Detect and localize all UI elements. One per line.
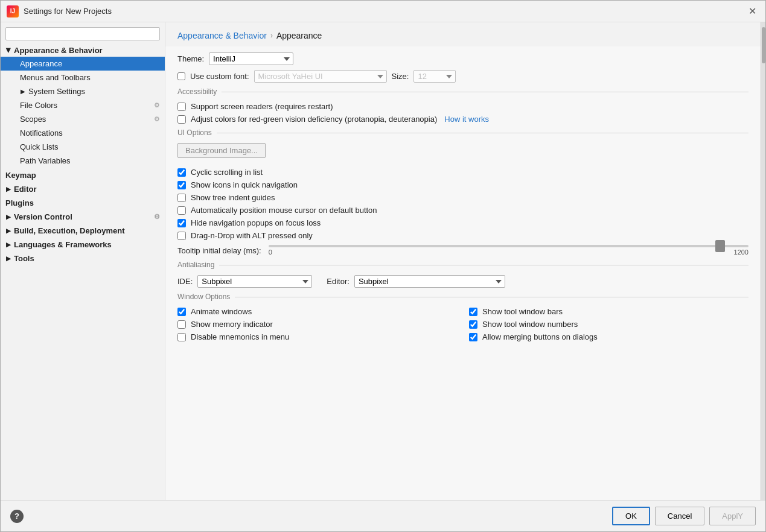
editor-aa-label: Editor:	[327, 277, 349, 286]
size-select[interactable]: 12	[413, 70, 456, 83]
sidebar-group-label: Keymap	[5, 171, 36, 180]
title-bar-left: IJ Settings for New Projects	[7, 5, 112, 17]
chevron-icon: ▶	[20, 88, 26, 95]
chevron-icon: ▶	[5, 214, 11, 220]
disable-mnemonics-checkbox[interactable]	[177, 333, 186, 341]
cyclic-scrolling-checkbox[interactable]	[177, 168, 186, 177]
chevron-icon: ▶	[5, 227, 11, 234]
close-button[interactable]: ✕	[745, 4, 759, 19]
accessibility-label: Accessibility	[177, 87, 217, 96]
slider-max: 1200	[734, 249, 748, 256]
animate-windows-label: Animate windows	[191, 307, 252, 316]
sidebar-group-label: Editor	[14, 185, 37, 194]
sidebar-item-label: File Colors	[20, 101, 57, 110]
theme-row: Theme: IntelliJ Darcula High contrast	[177, 52, 748, 65]
hide-nav-checkbox[interactable]	[177, 219, 186, 227]
screen-readers-checkbox[interactable]	[177, 103, 186, 111]
show-tree-label: Show tree indent guides	[191, 193, 275, 202]
scrollbar[interactable]	[761, 22, 765, 500]
sidebar-item-label: Menus and Toolbars	[20, 73, 91, 82]
hide-nav-row: Hide navigation popups on focus loss	[177, 218, 748, 227]
breadcrumb-parent[interactable]: Appearance & Behavior	[177, 31, 267, 40]
drag-drop-label: Drag-n-Drop with ALT pressed only	[191, 231, 313, 240]
apply-button[interactable]: ApplY	[709, 507, 756, 525]
chevron-icon: ▶	[5, 255, 11, 262]
window-options-label: Window Options	[177, 293, 230, 301]
allow-merging-row: Allow merging buttons on dialogs	[469, 332, 748, 341]
sidebar-group-label: Appearance & Behavior	[14, 46, 103, 55]
sidebar-group-tools[interactable]: ▶ Tools	[1, 251, 165, 265]
show-icons-checkbox[interactable]	[177, 181, 186, 189]
background-image-button[interactable]: Background Image...	[177, 143, 266, 158]
search-input[interactable]	[5, 27, 160, 40]
tooltip-label: Tooltip initial delay (ms):	[177, 246, 261, 255]
sidebar-item-menus-toolbars[interactable]: Menus and Toolbars	[1, 71, 165, 84]
ui-options-label: UI Options	[177, 128, 212, 137]
sidebar-group-languages-frameworks[interactable]: ▶ Languages & Frameworks	[1, 237, 165, 251]
custom-font-checkbox[interactable]	[177, 72, 185, 80]
dialog-body: 🔍 ▶ Appearance & Behavior Appearance Men…	[1, 22, 765, 500]
animate-windows-row: Animate windows	[177, 307, 457, 316]
show-tool-bars-label: Show tool window bars	[482, 307, 563, 316]
window-options-divider: Window Options	[177, 293, 748, 301]
auto-mouse-checkbox[interactable]	[177, 206, 186, 215]
window-options-left: Animate windows Show memory indicator Di…	[177, 307, 457, 345]
allow-merging-checkbox[interactable]	[469, 333, 477, 341]
window-options-grid: Animate windows Show memory indicator Di…	[177, 307, 748, 345]
custom-font-row: Use custom font: Microsoft YaHei UI Size…	[177, 70, 748, 83]
theme-select[interactable]: IntelliJ Darcula High contrast	[209, 52, 293, 65]
sidebar-item-notifications[interactable]: Notifications	[1, 126, 165, 140]
show-icons-row: Show icons in quick navigation	[177, 180, 748, 189]
slider-min: 0	[269, 249, 272, 256]
cyclic-scrolling-label: Cyclic scrolling in list	[191, 168, 263, 177]
cancel-button[interactable]: Cancel	[655, 507, 704, 525]
color-deficiency-label: Adjust colors for red-green vision defic…	[191, 115, 437, 124]
sidebar-item-file-colors[interactable]: File Colors ⚙	[1, 98, 165, 112]
show-memory-checkbox[interactable]	[177, 320, 186, 329]
show-tree-row: Show tree indent guides	[177, 193, 748, 202]
chevron-icon: ▶	[5, 241, 11, 248]
cyclic-scrolling-row: Cyclic scrolling in list	[177, 168, 748, 177]
sidebar-item-quick-lists[interactable]: Quick Lists	[1, 140, 165, 154]
animate-windows-checkbox[interactable]	[177, 308, 186, 316]
editor-select[interactable]: Subpixel Greyscale None	[354, 275, 505, 288]
show-memory-row: Show memory indicator	[177, 320, 457, 329]
show-tool-numbers-checkbox[interactable]	[469, 320, 477, 329]
color-deficiency-checkbox[interactable]	[177, 115, 186, 124]
sidebar-group-build-execution[interactable]: ▶ Build, Execution, Deployment	[1, 223, 165, 237]
drag-drop-checkbox[interactable]	[177, 232, 186, 240]
antialiasing-divider: Antialiasing	[177, 261, 748, 269]
help-button[interactable]: ?	[10, 510, 24, 523]
app-icon: IJ	[7, 5, 19, 17]
sidebar-item-label: Appearance	[20, 59, 62, 68]
ide-select[interactable]: Subpixel Greyscale None	[197, 275, 312, 288]
sidebar-item-scopes[interactable]: Scopes ⚙	[1, 112, 165, 126]
screen-readers-row: Support screen readers (requires restart…	[177, 102, 748, 111]
sidebar-group-plugins[interactable]: Plugins	[1, 195, 165, 209]
slider-labels: 0 1200	[269, 249, 748, 256]
show-tool-bars-checkbox[interactable]	[469, 308, 477, 316]
sidebar-group-editor[interactable]: ▶ Editor	[1, 182, 165, 195]
sidebar: 🔍 ▶ Appearance & Behavior Appearance Men…	[1, 22, 165, 500]
sidebar-group-keymap[interactable]: Keymap	[1, 168, 165, 182]
sidebar-group-version-control[interactable]: ▶ Version Control ⚙	[1, 209, 165, 223]
show-tree-checkbox[interactable]	[177, 194, 186, 202]
sidebar-item-label: Quick Lists	[20, 142, 59, 151]
show-tool-numbers-label: Show tool window numbers	[482, 320, 578, 329]
disable-mnemonics-row: Disable mnemonics in menu	[177, 332, 457, 341]
sidebar-item-appearance[interactable]: Appearance	[1, 57, 165, 71]
sidebar-group-label: Version Control	[14, 212, 72, 221]
sidebar-item-path-variables[interactable]: Path Variables	[1, 154, 165, 168]
ide-label: IDE:	[177, 277, 193, 286]
font-select[interactable]: Microsoft YaHei UI	[254, 70, 387, 83]
ok-button[interactable]: OK	[612, 507, 650, 525]
breadcrumb-separator: ›	[270, 31, 273, 40]
sidebar-group-label: Languages & Frameworks	[14, 240, 112, 249]
search-box: 🔍	[1, 22, 165, 43]
scrollbar-thumb[interactable]	[762, 27, 765, 63]
background-btn-wrap: Background Image...	[177, 143, 748, 163]
sidebar-group-appearance-behavior[interactable]: ▶ Appearance & Behavior	[1, 43, 165, 57]
how-it-works-link[interactable]: How it works	[444, 115, 489, 124]
sidebar-item-system-settings[interactable]: ▶ System Settings	[1, 84, 165, 98]
tooltip-slider[interactable]	[269, 245, 748, 247]
